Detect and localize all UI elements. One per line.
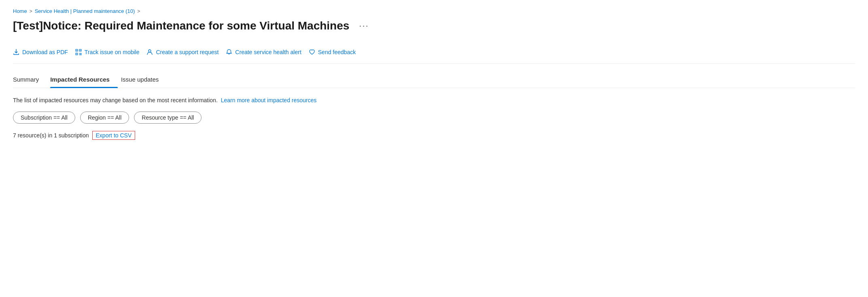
breadcrumb-home[interactable]: Home (13, 8, 27, 14)
learn-more-link[interactable]: Learn more about impacted resources (221, 97, 317, 103)
toolbar: Download as PDF Track issue on mobile Cr… (13, 42, 855, 64)
tab-issue-updates[interactable]: Issue updates (121, 72, 167, 88)
content-area: The list of impacted resources may chang… (13, 88, 855, 140)
health-alert-label: Create service health alert (235, 49, 301, 55)
svg-rect-3 (80, 50, 81, 51)
breadcrumb-parent[interactable]: Service Health | Planned maintenance (10… (35, 8, 135, 14)
bell-icon (226, 49, 232, 55)
person-icon (146, 49, 153, 55)
filter-region[interactable]: Region == All (80, 112, 129, 124)
tabs: Summary Impacted Resources Issue updates (13, 72, 855, 88)
svg-rect-5 (76, 54, 77, 55)
download-icon (13, 49, 19, 55)
info-line: The list of impacted resources may chang… (13, 97, 855, 103)
breadcrumb-sep1: > (30, 8, 32, 14)
send-feedback-button[interactable]: Send feedback (309, 46, 363, 58)
track-mobile-label: Track issue on mobile (85, 49, 140, 55)
track-mobile-button[interactable]: Track issue on mobile (75, 46, 147, 58)
health-alert-button[interactable]: Create service health alert (226, 46, 308, 58)
page-title-row: [Test]Notice: Required Maintenance for s… (13, 19, 855, 33)
qr-code-icon (75, 49, 82, 55)
resource-count: 7 resource(s) in 1 subscription (13, 132, 89, 139)
support-request-label: Create a support request (156, 49, 219, 55)
download-pdf-button[interactable]: Download as PDF (13, 46, 75, 58)
filter-resource-type[interactable]: Resource type == All (134, 112, 202, 124)
page-title: [Test]Notice: Required Maintenance for s… (13, 19, 349, 33)
download-pdf-label: Download as PDF (22, 49, 68, 55)
breadcrumb-sep2: > (137, 8, 140, 14)
tab-summary[interactable]: Summary (13, 72, 47, 88)
support-request-button[interactable]: Create a support request (146, 46, 226, 58)
svg-rect-1 (76, 50, 77, 51)
svg-point-6 (149, 50, 151, 52)
export-csv-link[interactable]: Export to CSV (92, 131, 136, 140)
breadcrumb: Home > Service Health | Planned maintena… (13, 8, 855, 14)
heart-icon (309, 49, 315, 55)
resource-count-row: 7 resource(s) in 1 subscription Export t… (13, 131, 855, 140)
filters-row: Subscription == All Region == All Resour… (13, 112, 855, 124)
info-text: The list of impacted resources may chang… (13, 97, 218, 103)
tab-impacted-resources[interactable]: Impacted Resources (50, 72, 118, 88)
more-options-button[interactable]: ··· (356, 19, 372, 33)
filter-subscription[interactable]: Subscription == All (13, 112, 75, 124)
send-feedback-label: Send feedback (318, 49, 356, 55)
